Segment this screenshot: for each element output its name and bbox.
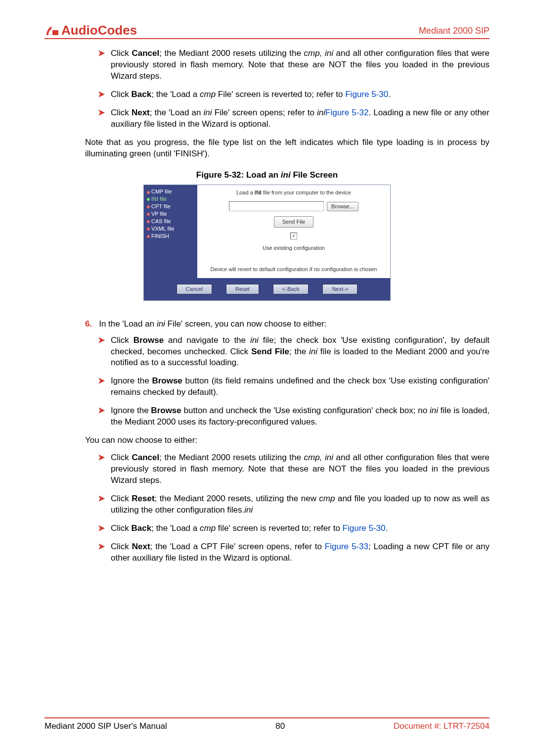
step-text: In the 'Load an ini File' screen, you ca… [99, 319, 326, 330]
sidebar-item: VXML file [147, 225, 195, 233]
figure-screenshot: CMP fileINI fileCPT fileVP fileCAS fileV… [143, 185, 391, 300]
figure-buttons-row: CancelReset<-BackNext-> [144, 278, 390, 300]
arrow-icon: ➤ [98, 452, 105, 464]
logo: AudioCodes [44, 23, 137, 38]
bullet-b-2: ➤Ignore the Browse button and uncheck th… [98, 405, 490, 428]
bullet-a-0: ➤Click Cancel; the Mediant 2000 resets u… [98, 48, 490, 82]
bullet-text: Click Next; the 'Load an ini File' scree… [111, 107, 490, 130]
sidebar-item: CAS file [147, 218, 195, 225]
bullet-b-0: ➤Click Browse and navigate to the ini fi… [98, 335, 490, 369]
bullet-text: Click Back; the 'Load a cmp file' screen… [111, 523, 490, 534]
sidebar-item: INI file [147, 195, 195, 203]
sidebar-item: CMP file [147, 188, 195, 195]
arrow-icon: ➤ [98, 89, 105, 100]
arrow-icon: ➤ [98, 376, 105, 387]
figure-sidebar: CMP fileINI fileCPT fileVP fileCAS fileV… [144, 185, 197, 278]
bullet-text: Click Reset; the Mediant 2000 resets, ut… [111, 493, 490, 516]
arrow-icon: ➤ [98, 335, 105, 346]
sidebar-item: CPT file [147, 203, 195, 210]
bullet-text: Click Cancel; the Mediant 2000 resets ut… [111, 48, 490, 82]
use-existing-label: Use existing configuration [202, 244, 385, 252]
figure-main: Load a INI file from your computer to th… [197, 185, 390, 278]
bullet-c-1: ➤Click Reset; the Mediant 2000 resets, u… [98, 493, 490, 516]
logo-text: AudioCodes [61, 23, 137, 38]
send-file-button[interactable]: Send File [274, 216, 313, 228]
bullet-a-1: ➤Click Back; the 'Load a cmp File' scree… [98, 89, 490, 100]
step-6: 6. In the 'Load an ini File' screen, you… [85, 319, 490, 330]
bullet-text: Ignore the Browse button and uncheck the… [111, 405, 490, 428]
bullet-text: Click Browse and navigate to the ini fil… [111, 335, 490, 369]
bullet-text: Ignore the Browse button (its field rema… [111, 376, 490, 398]
file-path-input[interactable] [229, 201, 324, 211]
footer-right: Document #: LTRT-72504 [394, 721, 490, 731]
logo-icon [44, 24, 59, 37]
header: AudioCodes Mediant 2000 SIP [44, 23, 490, 39]
browse-button[interactable]: Browse... [327, 202, 358, 211]
figure-caption: Figure 5-32: Load an ini File Screen [44, 170, 490, 181]
you-can-text: You can now choose to either: [85, 435, 490, 446]
note-text: Note that as you progress, the file type… [85, 137, 490, 160]
content: ➤Click Cancel; the Mediant 2000 resets u… [44, 39, 490, 564]
cancel-button[interactable]: Cancel [177, 284, 212, 294]
arrow-icon: ➤ [98, 405, 105, 417]
bullet-c-3: ➤Click Next; the 'Load a CPT File' scree… [98, 541, 490, 564]
back-button[interactable]: <-Back [273, 284, 309, 294]
arrow-icon: ➤ [98, 523, 105, 534]
arrow-icon: ➤ [98, 493, 105, 505]
revert-text: Device will revert to default configurat… [202, 266, 385, 273]
next-button[interactable]: Next-> [322, 284, 357, 294]
footer: Mediant 2000 SIP User's Manual 80 Docume… [44, 717, 490, 731]
arrow-icon: ➤ [98, 541, 105, 553]
sidebar-item: VP file [147, 210, 195, 218]
arrow-icon: ➤ [98, 107, 105, 119]
footer-left: Mediant 2000 SIP User's Manual [44, 721, 167, 731]
reset-button[interactable]: Reset [226, 284, 259, 294]
page-number: 80 [275, 721, 285, 731]
arrow-icon: ➤ [98, 48, 105, 59]
bullet-c-0: ➤Click Cancel; the Mediant 2000 resets u… [98, 452, 490, 486]
figure-instruction: Load a INI file from your computer to th… [202, 189, 385, 196]
bullet-b-1: ➤Ignore the Browse button (its field rem… [98, 376, 490, 398]
step-number: 6. [85, 319, 92, 330]
bullet-a-2: ➤Click Next; the 'Load an ini File' scre… [98, 107, 490, 130]
bullet-text: Click Cancel; the Mediant 2000 resets ut… [111, 452, 490, 486]
bullet-text: Click Back; the 'Load a cmp File' screen… [111, 89, 490, 100]
header-right: Mediant 2000 SIP [419, 26, 490, 38]
figure-wrap: CMP fileINI fileCPT fileVP fileCAS fileV… [44, 185, 490, 300]
svg-rect-0 [52, 30, 58, 35]
sidebar-item: FINISH [147, 233, 195, 240]
bullet-text: Click Next; the 'Load a CPT File' screen… [111, 541, 490, 564]
use-existing-checkbox[interactable]: ✓ [290, 233, 297, 239]
bullet-c-2: ➤Click Back; the 'Load a cmp file' scree… [98, 523, 490, 534]
